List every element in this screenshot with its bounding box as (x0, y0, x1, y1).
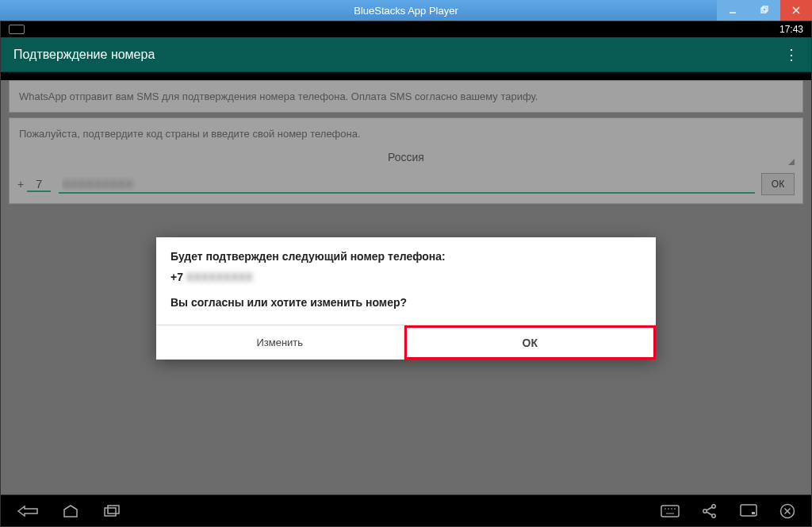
dialog-message-1: Будет подтвержден следующий номер телефо… (170, 250, 642, 263)
dialog-message-2: Вы согласны или хотите изменить номер? (170, 296, 642, 309)
dialog-phone: +7 XXXXXXXXX (170, 271, 642, 283)
share-icon[interactable] (702, 504, 718, 518)
dialog-phone-prefix: +7 (170, 271, 186, 283)
svg-rect-7 (661, 506, 679, 517)
dialog-ok-button[interactable]: ОК (404, 325, 657, 360)
svg-rect-6 (108, 506, 119, 514)
dialog-change-button[interactable]: Изменить (156, 325, 404, 360)
status-time: 17:43 (779, 24, 803, 35)
restore-button[interactable] (749, 0, 780, 21)
keyboard-nav-icon[interactable] (661, 505, 680, 517)
window-controls (717, 0, 812, 21)
window-titlebar: BlueStacks App Player (0, 0, 812, 21)
more-icon[interactable]: ⋮ (784, 46, 799, 63)
window-title: BlueStacks App Player (354, 5, 458, 17)
svg-line-17 (707, 512, 712, 515)
home-icon[interactable] (61, 504, 80, 518)
back-icon[interactable] (17, 504, 39, 518)
svg-point-13 (712, 504, 715, 507)
app-frame: 17:43 Подтверждение номера ⋮ WhatsApp от… (0, 21, 812, 527)
dialog-actions: Изменить ОК (156, 325, 656, 360)
cast-icon[interactable] (740, 504, 757, 518)
minimize-button[interactable] (717, 0, 749, 21)
dialog-phone-number: XXXXXXXXX (186, 271, 253, 283)
svg-rect-2 (763, 6, 768, 11)
svg-point-14 (703, 509, 707, 512)
svg-rect-19 (752, 512, 755, 514)
close-circle-icon[interactable] (779, 503, 795, 519)
keyboard-icon (9, 25, 25, 34)
android-nav-bar (1, 494, 811, 526)
action-bar-title: Подтверждение номера (13, 48, 155, 62)
recents-icon[interactable] (102, 504, 121, 518)
action-bar: Подтверждение номера ⋮ (1, 37, 811, 72)
android-status-bar: 17:43 (1, 21, 811, 37)
svg-point-15 (712, 514, 715, 517)
svg-rect-5 (105, 508, 116, 516)
close-button[interactable] (780, 0, 812, 21)
svg-rect-1 (761, 8, 766, 13)
confirm-dialog: Будет подтвержден следующий номер телефо… (156, 237, 656, 360)
svg-line-16 (707, 507, 712, 510)
